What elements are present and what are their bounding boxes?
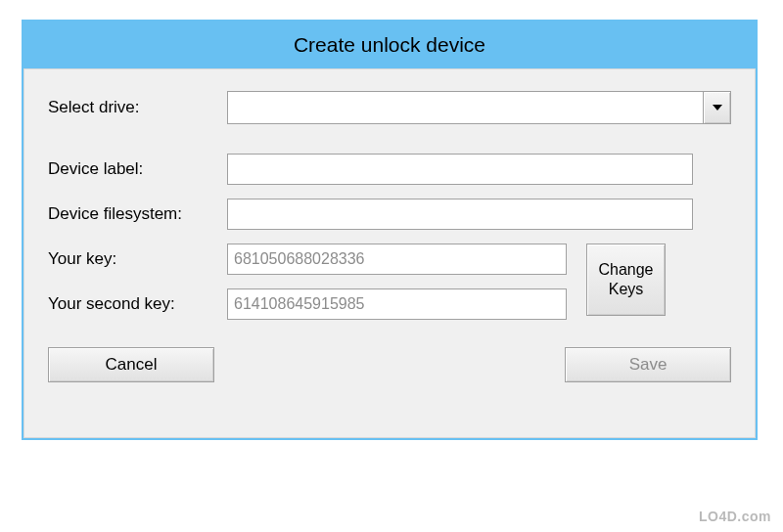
button-row: Cancel Save	[48, 347, 731, 382]
label-your-second-key: Your second key:	[48, 294, 219, 314]
row-select-drive: Select drive:	[48, 91, 731, 124]
change-keys-button[interactable]: Change Keys	[586, 244, 666, 316]
chevron-down-icon	[713, 105, 722, 111]
keys-group: Your key: Your second key: Change Keys	[48, 244, 731, 320]
label-your-key: Your key:	[48, 249, 219, 269]
device-label-input[interactable]	[227, 154, 693, 185]
cancel-button[interactable]: Cancel	[48, 347, 214, 382]
row-device-label: Device label:	[48, 154, 731, 185]
your-key-input	[227, 244, 567, 275]
drive-dropdown-text	[228, 92, 703, 123]
watermark: LO4D.com	[699, 509, 771, 524]
titlebar: Create unlock device	[23, 22, 756, 68]
drive-dropdown[interactable]	[227, 91, 731, 124]
device-filesystem-input[interactable]	[227, 199, 693, 230]
row-device-fs: Device filesystem:	[48, 199, 731, 230]
save-button[interactable]: Save	[565, 347, 731, 382]
window-title: Create unlock device	[294, 33, 485, 57]
row-your-second-key: Your second key:	[48, 288, 567, 320]
keys-left-column: Your key: Your second key:	[48, 244, 567, 320]
label-select-drive: Select drive:	[48, 98, 219, 117]
svg-marker-0	[713, 105, 722, 111]
drive-dropdown-button[interactable]	[703, 92, 730, 123]
your-second-key-input	[227, 288, 567, 320]
row-your-key: Your key:	[48, 244, 567, 275]
client-area: Select drive: Device label: Device files…	[23, 68, 756, 438]
label-device-fs: Device filesystem:	[48, 204, 219, 224]
dialog-window: Create unlock device Select drive: Devic…	[22, 20, 758, 440]
label-device-label: Device label:	[48, 159, 219, 179]
